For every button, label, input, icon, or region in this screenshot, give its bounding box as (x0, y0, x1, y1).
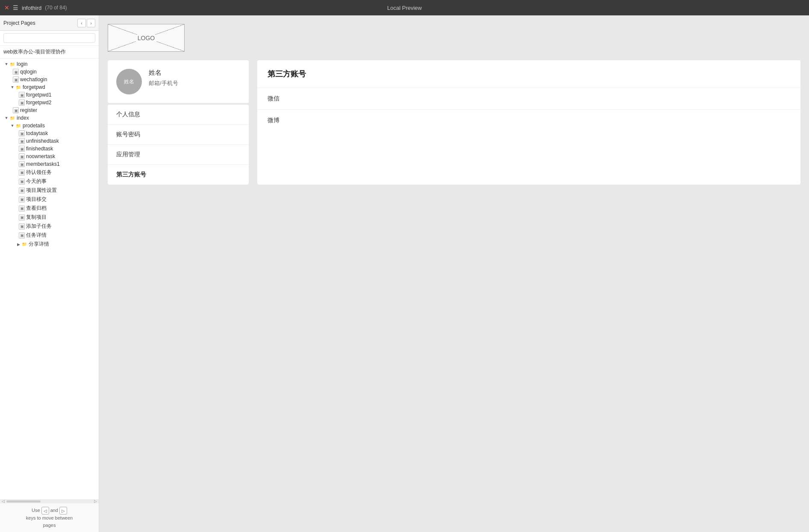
tree-item-tianjia-zirenwu[interactable]: ▣ 添加子任务 (0, 222, 99, 231)
page-icon-tianjia-zirenwu: ▣ (19, 223, 25, 229)
right-panel-item-wechat[interactable]: 微信 (257, 88, 800, 110)
footer-text-pages: pages (43, 523, 56, 528)
folder-icon-login: 📁 (9, 61, 15, 67)
tree-item-qqlogin[interactable]: ▣ qqlogin (0, 68, 99, 76)
tree-label-fenxiang-xiangqing: 分享详情 (29, 241, 49, 248)
toggle-renwu-xiangqing (15, 232, 19, 238)
close-button[interactable]: ✕ (4, 4, 9, 11)
toggle-tianjia-zirenwu (15, 223, 19, 229)
tree-item-fenxiang-xiangqing[interactable]: ▶ 📁 分享详情 (0, 240, 99, 249)
footer-text-and: and (50, 508, 58, 513)
menu-item-thirdparty[interactable]: 第三方账号 (108, 165, 249, 185)
toggle-wechatlogin (9, 76, 13, 82)
tree-item-todaytask[interactable]: ▣ todaytask (0, 129, 99, 137)
tree-item-index[interactable]: ▼ 📁 index (0, 114, 99, 122)
toggle-xiangmu-yijiao (15, 197, 19, 203)
toggle-fuzhi-xiangmu (15, 215, 19, 220)
toggle-prodetails[interactable]: ▼ (9, 123, 15, 129)
folder-icon-fenxiang-xiangqing: 📁 (21, 241, 27, 247)
preview-canvas: LOGO 姓名 姓名 邮箱/手机号 个人信息 (99, 15, 809, 532)
page-icon-xiangmu-shuxing: ▣ (19, 188, 25, 194)
sidebar-search-area (0, 31, 99, 46)
tree-label-fuzhi-xiangmu: 复制项目 (26, 214, 47, 221)
tree-item-membertasks1[interactable]: ▣ membertasks1 (0, 160, 99, 168)
tree-label-prodetails: prodetails (23, 123, 45, 129)
page-icon-chakan-guidang: ▣ (19, 206, 25, 212)
tree-label-qqlogin: qqlogin (20, 69, 37, 75)
tree-item-renwu-xiangqing[interactable]: ▣ 任务详情 (0, 231, 99, 240)
nav-prev-button[interactable]: ‹ (77, 19, 86, 27)
toggle-finishedtask (15, 146, 19, 152)
menu-item-personal[interactable]: 个人信息 (108, 105, 249, 125)
tree-item-forgetpwd[interactable]: ▼ 📁 forgetpwd (0, 83, 99, 91)
tree-label-tianjia-zirenwu: 添加子任务 (26, 223, 52, 230)
tree-item-wechatlogin[interactable]: ▣ wechatlogin (0, 76, 99, 83)
project-name: web效率办公-项目管理协作 (0, 46, 99, 59)
top-bar: ✕ ☰ infothird (70 of 84) Local Preview (0, 0, 809, 15)
page-icon-unfinishedtask: ▣ (19, 138, 25, 144)
page-icon-forgetpwd1: ▣ (19, 92, 25, 98)
tree-label-register: register (20, 107, 37, 113)
folder-icon-index: 📁 (9, 115, 15, 121)
tree-item-noownertask[interactable]: ▣ noownertask (0, 153, 99, 160)
toggle-index[interactable]: ▼ (3, 115, 9, 121)
horizontal-scrollbar[interactable]: ◁ ▷ (0, 500, 99, 503)
page-icon-fuzhi-xiangmu: ▣ (19, 215, 25, 220)
toggle-todaytask (15, 130, 19, 136)
page-icon-renwu-xiangqing: ▣ (19, 232, 25, 238)
right-panel-item-weibo[interactable]: 微博 (257, 110, 800, 131)
tree-label-forgetpwd2: forgetpwd2 (26, 100, 51, 106)
tree-label-renwu-xiangqing: 任务详情 (26, 232, 47, 239)
scrollbar-thumb[interactable] (6, 500, 41, 503)
tree-item-forgetpwd1[interactable]: ▣ forgetpwd1 (0, 91, 99, 99)
page-icon-register: ▣ (13, 107, 19, 113)
page-icon-dairen: ▣ (19, 170, 25, 176)
profile-name: 姓名 (149, 69, 178, 77)
tree-item-register[interactable]: ▣ register (0, 106, 99, 114)
menu-item-apps[interactable]: 应用管理 (108, 145, 249, 165)
toggle-xiangmu-shuxing (15, 188, 19, 194)
footer-text-use: Use (32, 508, 40, 513)
tree-label-index: index (17, 115, 29, 121)
logo-text: LOGO (136, 35, 156, 41)
toggle-forgetpwd1 (15, 92, 19, 98)
toggle-forgetpwd[interactable]: ▼ (9, 84, 15, 90)
tree-item-prodetails[interactable]: ▼ 📁 prodetails (0, 122, 99, 129)
tree-item-xiangmu-yijiao[interactable]: ▣ 项目移交 (0, 195, 99, 204)
tree-label-jintiande: 今天的事 (26, 178, 47, 185)
tree-label-unfinishedtask: unfinishedtask (26, 138, 59, 144)
app-count: (70 of 84) (45, 5, 67, 11)
tree-item-fuzhi-xiangmu[interactable]: ▣ 复制项目 (0, 213, 99, 222)
logo-placeholder: LOGO (108, 24, 185, 52)
key-left-icon: ◁ (41, 507, 49, 514)
preview-label: Local Preview (387, 5, 422, 11)
profile-card: 姓名 姓名 邮箱/手机号 (108, 60, 249, 103)
tree-item-jintiande[interactable]: ▣ 今天的事 (0, 177, 99, 186)
tree-item-unfinishedtask[interactable]: ▣ unfinishedtask (0, 137, 99, 145)
sidebar: Project Pages ‹ › web效率办公-项目管理协作 ▼ 📁 log… (0, 15, 99, 532)
tree-label-noownertask: noownertask (26, 153, 55, 159)
tree-item-forgetpwd2[interactable]: ▣ forgetpwd2 (0, 99, 99, 106)
toggle-register (9, 107, 13, 113)
folder-icon-prodetails: 📁 (15, 123, 21, 129)
tree-label-forgetpwd: forgetpwd (23, 84, 45, 90)
menu-item-account[interactable]: 账号密码 (108, 125, 249, 145)
nav-next-button[interactable]: › (87, 19, 95, 27)
tree-item-xiangmu-shuxing[interactable]: ▣ 项目属性设置 (0, 186, 99, 195)
key-right-icon: ▷ (59, 507, 67, 514)
app-title: infothird (22, 5, 41, 11)
search-input[interactable] (3, 33, 95, 43)
tree-item-chakan-guidang[interactable]: ▣ 查看归档 (0, 204, 99, 213)
tree-item-dairen[interactable]: ▣ 待认领任务 (0, 168, 99, 177)
toggle-login[interactable]: ▼ (3, 61, 9, 67)
tree-label-login: login (17, 61, 27, 67)
page-icon-jintiande: ▣ (19, 179, 25, 185)
sidebar-tree: ▼ 📁 login ▣ qqlogin ▣ wechatlogin ▼ 📁 (0, 59, 99, 500)
toggle-chakan-guidang (15, 206, 19, 212)
menu-icon: ☰ (13, 4, 18, 11)
page-icon-wechatlogin: ▣ (13, 76, 19, 82)
toggle-fenxiang-xiangqing[interactable]: ▶ (15, 241, 21, 247)
tree-label-dairen: 待认领任务 (26, 169, 52, 176)
tree-item-finishedtask[interactable]: ▣ finishedtask (0, 145, 99, 153)
tree-item-login[interactable]: ▼ 📁 login (0, 60, 99, 68)
